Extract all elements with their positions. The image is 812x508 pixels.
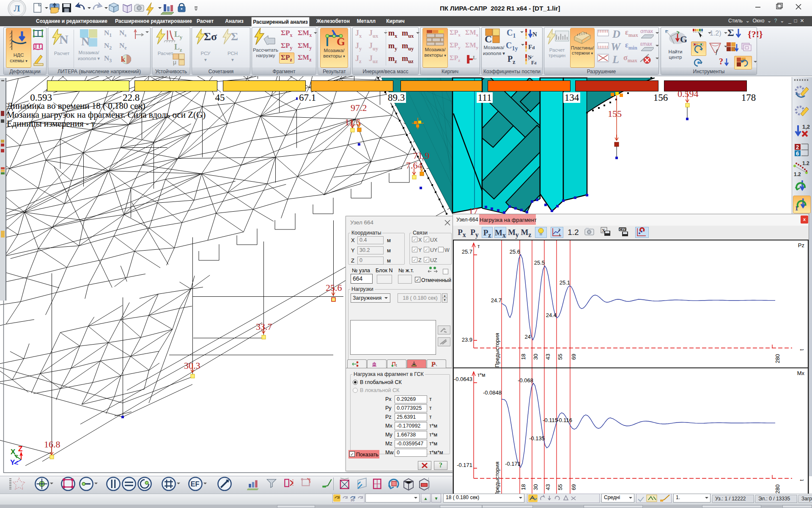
svg-text:6: 6 [796, 150, 799, 157]
svg-text:N: N [532, 31, 537, 38]
svg-text:t: t [396, 363, 397, 367]
svg-text:55: 55 [557, 484, 563, 490]
svg-text:{?!}: {?!} [748, 29, 763, 39]
svg-text:30: 30 [532, 354, 539, 360]
svg-text:24.4: 24.4 [546, 312, 557, 318]
svg-text:25.1: 25.1 [560, 279, 570, 286]
svg-text:69: 69 [571, 354, 577, 360]
svg-text:-0.0643: -0.0643 [454, 376, 472, 382]
svg-text:2: 2 [796, 144, 799, 150]
svg-text:25.6: 25.6 [326, 282, 342, 293]
svg-text:33.7: 33.7 [256, 321, 272, 332]
svg-text:43: 43 [545, 354, 551, 360]
svg-text:280: 280 [774, 354, 781, 363]
svg-text:2: 2 [558, 228, 560, 232]
svg-text:т*м: т*м [477, 372, 485, 378]
svg-text:EF: EF [191, 480, 200, 488]
svg-text:X: X [11, 448, 16, 456]
svg-text:24: 24 [525, 334, 531, 340]
svg-text:-0.135: -0.135 [529, 435, 545, 442]
svg-text:-0.116: -0.116 [557, 417, 572, 423]
svg-text:N: N [528, 54, 532, 60]
svg-text:18: 18 [520, 354, 527, 360]
svg-text:97.2: 97.2 [351, 102, 367, 113]
svg-text:Z: Z [18, 445, 22, 453]
svg-text:G: G [680, 34, 687, 44]
svg-text:k: k [121, 55, 125, 64]
svg-text:Mx: Mx [797, 370, 805, 376]
svg-text:25.6: 25.6 [510, 248, 520, 255]
svg-text:-0.068: -0.068 [518, 377, 533, 384]
svg-text:30: 30 [532, 484, 539, 490]
svg-text:Л: Л [14, 4, 20, 13]
svg-text:-0.0848: -0.0848 [483, 389, 502, 396]
svg-text:24.7: 24.7 [491, 297, 502, 304]
svg-text:18: 18 [520, 484, 527, 490]
svg-text:1: 1 [559, 233, 561, 237]
svg-text:-0.171: -0.171 [505, 461, 521, 467]
svg-text:Y: Y [10, 458, 15, 467]
svg-text:εmax: εmax [640, 41, 652, 47]
svg-text:-0.171: -0.171 [457, 462, 472, 468]
svg-text:Fd: Fd [531, 60, 536, 66]
svg-text:1,2: 1,2 [802, 124, 810, 130]
svg-text:16.8: 16.8 [44, 439, 60, 450]
svg-text:280: 280 [774, 484, 781, 494]
svg-text:69: 69 [571, 484, 577, 490]
svg-text:1.2: 1.2 [794, 171, 801, 177]
svg-text:20: 20 [351, 498, 354, 502]
svg-text:1.2: 1.2 [802, 160, 809, 166]
svg-text:Fd: Fd [528, 44, 535, 50]
svg-text:155: 155 [608, 108, 622, 119]
svg-text:C: C [485, 33, 492, 43]
svg-text:Единицы измерения - т: Единицы измерения - т [7, 119, 95, 129]
svg-text:?: ? [719, 57, 723, 66]
svg-text:55: 55 [557, 354, 563, 360]
svg-text:43: 43 [545, 484, 551, 490]
svg-text:23.9: 23.9 [462, 337, 472, 343]
svg-text:Pz: Pz [798, 242, 804, 248]
svg-text:Предыстория: Предыстория [494, 461, 500, 496]
svg-text:25.5: 25.5 [534, 260, 545, 266]
svg-text:μ: μ [173, 59, 176, 66]
svg-text:71.9: 71.9 [413, 150, 430, 161]
svg-text:т: т [477, 243, 480, 249]
svg-text:L: L [473, 54, 477, 61]
svg-text:G: G [337, 36, 344, 47]
svg-text:25.7: 25.7 [462, 248, 472, 255]
svg-text:CSV: CSV [620, 228, 626, 232]
svg-text:1: 1 [795, 204, 798, 212]
svg-text:30.3: 30.3 [184, 360, 200, 371]
svg-text:Предыстория: Предыстория [494, 333, 500, 367]
svg-text:σmax: σmax [640, 28, 653, 34]
svg-text:-0.115: -0.115 [543, 417, 558, 423]
